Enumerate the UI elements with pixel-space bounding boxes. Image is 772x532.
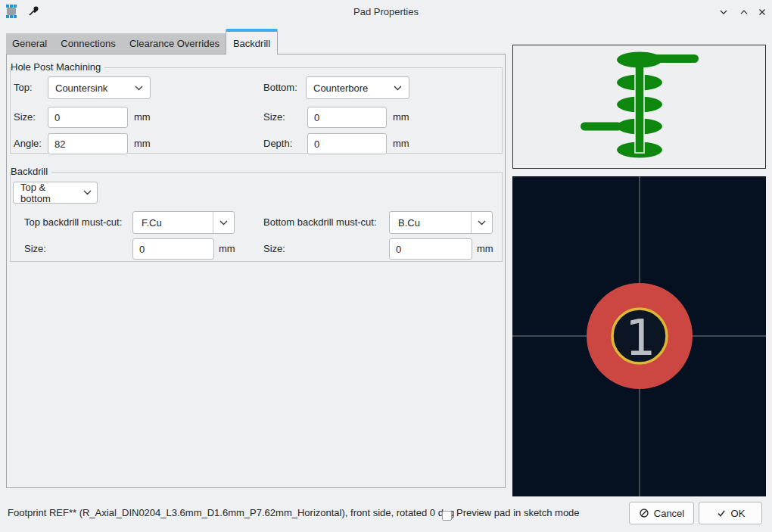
bottom-machining-value: Counterbore [313,82,387,94]
top-must-cut-combo[interactable]: F.Cu [132,211,235,234]
tab-clearance-overrides[interactable]: Clearance Overrides [123,33,226,54]
tab-connections[interactable]: Connections [53,33,123,54]
chevron-down-icon[interactable] [471,212,492,233]
angle-input[interactable] [48,133,128,154]
pad-canvas: 1 [512,176,766,496]
depth-label: Depth: [263,138,292,150]
group-legend: Backdrill [11,166,51,177]
backdrill-top-size-label: Size: [24,243,46,255]
bottom-machining-select[interactable]: Counterbore [306,76,409,99]
close-button[interactable] [755,5,769,19]
top-machining-select[interactable]: Countersink [48,76,151,99]
backdrill-group: Backdrill Top & bottom Top backdrill mus… [10,172,503,262]
depth-unit: mm [393,138,409,150]
ok-label: OK [731,508,746,519]
window-title: Pad Properties [0,6,772,17]
tab-general[interactable]: General [6,33,53,54]
check-icon [716,508,727,518]
sketch-mode-label[interactable]: Preview pad in sketch mode [456,507,580,518]
group-legend: Hole Post Machining [11,61,104,73]
chevron-down-icon [78,190,97,195]
backdrill-mode-select[interactable]: Top & bottom [13,182,98,204]
depth-input[interactable] [307,133,387,154]
hole-post-machining-group: Hole Post Machining Top: Countersink Bot… [10,67,503,154]
chevron-down-minimize-button[interactable] [717,5,730,19]
bottom-size-unit: mm [393,111,409,123]
ok-button[interactable]: OK [699,502,762,524]
pad-stack-preview [512,45,766,169]
drill-barrel [635,60,644,153]
backdrill-bottom-size-label: Size: [263,243,285,255]
tab-content-panel: Hole Post Machining Top: Countersink Bot… [6,54,506,488]
top-must-cut-label: Top backdrill must-cut: [24,216,122,229]
tab-backdrill[interactable]: Backdrill [226,29,278,54]
top-size-unit: mm [134,111,151,123]
tab-bar: General Connections Clearance Overrides [6,33,226,54]
backdrill-top-size-input[interactable] [132,238,214,260]
chevron-down-icon[interactable] [213,212,234,233]
chevron-up-maximize-button[interactable] [737,5,751,19]
top-size-label: Size: [14,111,36,123]
backdrill-bottom-size-unit: mm [477,243,493,255]
bottom-size-label: Size: [263,111,285,123]
pad-number: 1 [624,309,655,367]
left-trace [581,123,622,131]
bottom-machining-label: Bottom: [263,82,297,94]
pad-properties-dialog: { "window": { "title": "Pad Properties" … [0,0,772,532]
sketch-mode-checkbox[interactable] [442,511,452,521]
bottom-size-input[interactable] [307,107,387,128]
top-machining-value: Countersink [55,82,128,94]
footprint-status-text: Footprint REF** (R_Axial_DIN0204_L3.6mm_… [8,507,454,518]
chevron-down-icon [387,86,409,91]
bottom-must-cut-label: Bottom backdrill must-cut: [263,216,377,229]
cancel-label: Cancel [654,508,684,519]
backdrill-mode-value: Top & bottom [20,182,78,204]
angle-label: Angle: [14,138,42,150]
cancel-icon [639,508,649,518]
backdrill-bottom-size-input[interactable] [389,238,472,260]
top-machining-label: Top: [14,82,33,94]
bottom-must-cut-value: B.Cu [398,217,471,229]
angle-unit: mm [134,138,151,150]
backdrill-top-size-unit: mm [219,243,235,255]
top-layer-pad [617,52,662,68]
top-must-cut-value: F.Cu [142,217,213,229]
cancel-button[interactable]: Cancel [629,502,694,524]
pad-stack-diagram [513,45,765,168]
chevron-down-icon [128,86,150,91]
bottom-must-cut-combo[interactable]: B.Cu [389,211,493,234]
pad-canvas-preview[interactable]: 1 [512,176,766,496]
titlebar: Pad Properties [0,0,772,23]
top-size-input[interactable] [48,107,128,128]
